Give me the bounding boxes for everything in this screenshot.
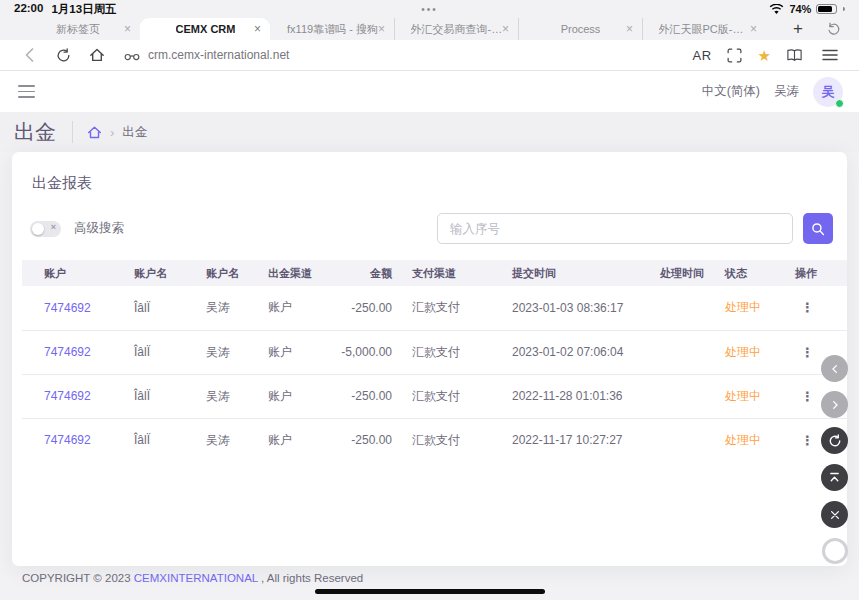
serial-number-input[interactable] — [437, 213, 793, 244]
url-text: crm.cemx-international.net — [148, 48, 289, 62]
multitask-dots-indicator: ••• — [0, 4, 859, 15]
browser-tab-fx119[interactable]: fx119靠谱吗 - 搜狗 × — [270, 18, 394, 40]
row-actions-kebab-icon[interactable]: ⋮ — [795, 343, 820, 362]
divider — [72, 121, 73, 143]
nav-forward-button[interactable] — [821, 391, 848, 418]
cell-pay-channel: 汇款支付 — [412, 330, 512, 374]
filter-row: × 高级搜索 — [12, 213, 847, 244]
user-name[interactable]: 吴涛 — [774, 83, 799, 100]
account-link[interactable]: 7474692 — [44, 345, 91, 359]
col-header-pay-channel: 支付渠道 — [412, 260, 512, 286]
table-row: 7474692 ÎâlÏ 吴涛 账户 -250.00 汇款支付 2022-11-… — [22, 374, 847, 418]
close-floating-toolbar-button[interactable] — [821, 501, 848, 528]
address-bar[interactable]: crm.cemx-international.net — [124, 48, 289, 62]
cell-process-time — [660, 286, 725, 330]
bookmarks-book-icon[interactable] — [781, 42, 807, 68]
breadcrumb-current: 出金 — [122, 124, 147, 141]
browser-toolbar: crm.cemx-international.net AR ★ — [0, 40, 859, 71]
cell-account-name2: 吴涛 — [206, 286, 268, 330]
account-link[interactable]: 7474692 — [44, 389, 91, 403]
browser-tab-new-tab-page[interactable]: 新标签页 × — [16, 18, 140, 40]
cell-channel: 账户 — [268, 330, 332, 374]
battery-icon — [816, 4, 837, 15]
nav-back-button[interactable] — [821, 355, 848, 382]
page-header: 出金 › 出金 — [0, 112, 859, 152]
browser-menu-icon[interactable] — [817, 42, 843, 68]
close-icon[interactable]: × — [626, 23, 633, 35]
reopen-closed-tab-icon[interactable] — [819, 22, 849, 36]
account-link[interactable]: 7474692 — [44, 301, 91, 315]
reload-icon[interactable] — [50, 42, 76, 68]
avatar[interactable]: 吴 — [813, 77, 843, 107]
table-row: 7474692 ÎâlÏ 吴涛 账户 -5,000.00 汇款支付 2023-0… — [22, 330, 847, 374]
browser-tab-wikifx[interactable]: 外汇天眼PC版-查监管 × — [642, 18, 766, 40]
app-navbar: 中文(简体) 吴涛 吴 — [0, 71, 859, 112]
cell-process-time — [660, 418, 725, 462]
cell-process-time — [660, 374, 725, 418]
sidebar-menu-icon[interactable] — [16, 81, 37, 101]
browser-tab-forex-query[interactable]: 外汇交易商查询-外汇 × — [394, 18, 518, 40]
cell-amount: -250.00 — [332, 418, 412, 462]
fullscreen-scan-icon[interactable] — [722, 42, 748, 68]
ar-mode-button[interactable]: AR — [692, 48, 711, 63]
cell-pay-channel: 汇款支付 — [412, 418, 512, 462]
breadcrumb: › 出金 — [87, 124, 147, 141]
status-badge: 处理中 — [725, 345, 761, 359]
browser-tab-cemx-crm-active[interactable]: CEMX CRM × — [140, 18, 270, 40]
close-icon[interactable]: × — [502, 23, 509, 35]
copyright-text: COPYRIGHT © 2023 — [22, 572, 134, 584]
cell-account-name2: 吴涛 — [206, 330, 268, 374]
language-selector[interactable]: 中文(简体) — [702, 83, 760, 100]
col-header-account-name2: 账户名 — [206, 260, 268, 286]
cell-process-time — [660, 330, 725, 374]
cell-channel: 账户 — [268, 374, 332, 418]
table-row: 7474692 ÎâlÏ 吴涛 账户 -250.00 汇款支付 2023-01-… — [22, 286, 847, 330]
advanced-search-label: 高级搜索 — [74, 220, 124, 237]
search-button[interactable] — [803, 213, 833, 244]
col-header-status: 状态 — [725, 260, 795, 286]
col-header-amount: 金额 — [332, 260, 412, 286]
close-icon[interactable]: × — [750, 23, 757, 35]
floating-toolbar — [821, 355, 848, 564]
cell-submit-time: 2023-01-03 08:36:17 — [512, 286, 660, 330]
home-icon[interactable] — [84, 42, 110, 68]
brand-link[interactable]: CEMXINTERNATIONAL — [134, 572, 258, 584]
row-actions-kebab-icon[interactable]: ⋮ — [795, 298, 820, 317]
breadcrumb-home-icon[interactable] — [87, 125, 102, 140]
bookmark-star-icon[interactable]: ★ — [758, 48, 771, 63]
close-icon[interactable]: × — [378, 23, 385, 35]
col-header-account: 账户 — [22, 260, 134, 286]
close-icon[interactable]: × — [124, 23, 131, 35]
new-tab-button[interactable]: + — [777, 19, 819, 39]
table-row: 7474692 ÎâlÏ 吴涛 账户 -250.00 汇款支付 2022-11-… — [22, 418, 847, 462]
cell-account-name: ÎâlÏ — [134, 374, 206, 418]
cell-channel: 账户 — [268, 286, 332, 330]
cell-account-name: ÎâlÏ — [134, 330, 206, 374]
reader-glasses-icon — [124, 50, 140, 61]
account-link[interactable]: 7474692 — [44, 433, 91, 447]
close-icon[interactable]: × — [254, 23, 261, 35]
online-status-dot — [835, 99, 844, 108]
floating-handle-ring[interactable] — [822, 538, 848, 564]
toggle-off-icon: × — [51, 222, 56, 232]
cell-pay-channel: 汇款支付 — [412, 374, 512, 418]
cell-account-name2: 吴涛 — [206, 418, 268, 462]
toggle-knob — [32, 223, 44, 235]
status-bar: 22:00 1月13日周五 ••• 74% — [0, 0, 859, 18]
ipad-screen: 22:00 1月13日周五 ••• 74% 新标签页 × CEMX CRM × … — [0, 0, 859, 600]
back-icon[interactable] — [16, 42, 42, 68]
advanced-search-toggle[interactable]: × — [30, 221, 61, 237]
tab-bar: 新标签页 × CEMX CRM × fx119靠谱吗 - 搜狗 × 外汇交易商查… — [0, 18, 859, 40]
row-actions-kebab-icon[interactable]: ⋮ — [795, 431, 820, 450]
cell-account-name: ÎâlÏ — [134, 418, 206, 462]
home-indicator-bar[interactable] — [315, 589, 545, 594]
cell-amount: -250.00 — [332, 286, 412, 330]
col-header-submit-time: 提交时间 — [512, 260, 660, 286]
refresh-button[interactable] — [821, 427, 848, 454]
scroll-to-top-button[interactable] — [821, 464, 848, 491]
status-badge: 处理中 — [725, 389, 761, 403]
row-actions-kebab-icon[interactable]: ⋮ — [795, 387, 820, 406]
cell-channel: 账户 — [268, 418, 332, 462]
cell-amount: -5,000.00 — [332, 330, 412, 374]
browser-tab-process[interactable]: Process × — [518, 18, 642, 40]
